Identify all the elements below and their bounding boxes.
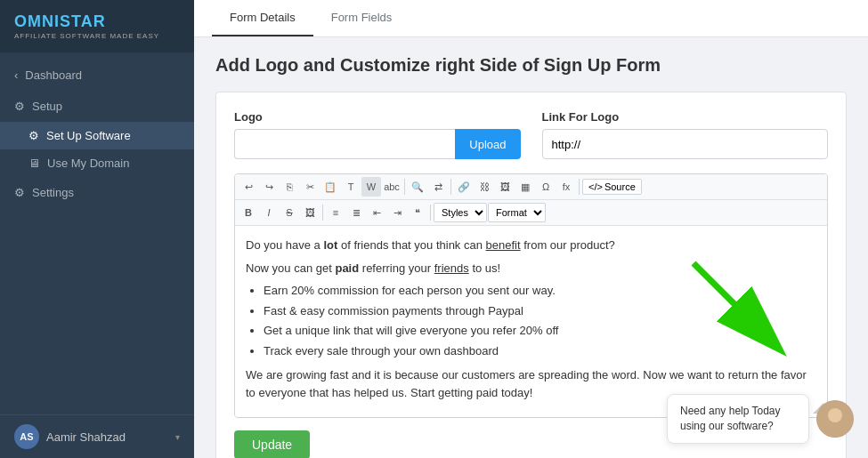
chat-avatar (816, 400, 854, 438)
editor-toolbar-row2: B I S 🖼 ≡ ≣ ⇤ ⇥ ❝ Styles Format (235, 200, 827, 226)
spellcheck-btn[interactable]: abc (382, 177, 402, 197)
logo-section: Logo Upload (234, 110, 521, 159)
toolbar-separator (322, 205, 323, 221)
sidebar-item-set-up-software[interactable]: ⚙ Set Up Software (0, 122, 194, 149)
table-btn[interactable]: ▦ (515, 177, 535, 197)
chat-message-box: Need any help Today using our software? (667, 394, 809, 444)
redo-btn[interactable]: ↪ (259, 177, 279, 197)
chevron-down-icon: ▾ (175, 432, 180, 442)
list-item: Get a unique link that will give everyon… (264, 322, 816, 340)
sidebar-item-setup[interactable]: ⚙ Setup (0, 91, 194, 122)
sidebar-item-label: Setup (32, 100, 62, 113)
editor-content-area[interactable]: Do you have a lot of friends that you th… (235, 226, 827, 417)
styles-select[interactable]: Styles (434, 203, 487, 222)
source-icon: </> (588, 181, 603, 192)
list-item: Fast & easy commission payments through … (264, 302, 816, 320)
toolbar-separator (450, 179, 451, 195)
editor-list: Earn 20% commission for each person you … (264, 282, 816, 359)
main-content: Form Details Form Fields Add Logo and Cu… (194, 0, 868, 458)
tab-form-details[interactable]: Form Details (212, 0, 313, 36)
gear-small-icon: ⚙ (28, 129, 39, 142)
avatar: AS (14, 424, 39, 449)
paste-btn[interactable]: 📋 (320, 177, 340, 197)
logo-text-omni: OMNI (14, 12, 60, 30)
chat-message-text: Need any help Today using our software? (680, 405, 781, 432)
sidebar-item-label: Dashboard (25, 68, 82, 82)
tabs-bar: Form Details Form Fields (194, 0, 868, 37)
cut-btn[interactable]: ✂ (300, 177, 320, 197)
math-btn[interactable]: fx (556, 177, 576, 197)
special-char-btn[interactable]: Ω (536, 177, 556, 197)
upload-button[interactable]: Upload (455, 129, 520, 159)
sidebar-sub-label: Set Up Software (46, 129, 131, 142)
link-label: Link For Logo (542, 110, 829, 124)
sidebar-nav: ‹ Dashboard ⚙ Setup ⚙ Set Up Software 🖥 … (0, 52, 194, 414)
unlink-btn[interactable]: ⛓ (475, 177, 494, 197)
link-btn[interactable]: 🔗 (454, 177, 474, 197)
monitor-icon: 🖥 (28, 157, 40, 170)
logo-text-star: STAR (60, 12, 106, 30)
find-btn[interactable]: 🔍 (408, 177, 427, 197)
page-title: Add Logo and Customize right Side of Sig… (215, 55, 847, 76)
image2-btn[interactable]: 🖼 (300, 203, 320, 222)
toolbar-separator (430, 205, 431, 221)
gear-icon: ⚙ (14, 100, 25, 113)
sidebar-item-use-my-domain[interactable]: 🖥 Use My Domain (0, 149, 194, 177)
ordered-list-btn[interactable]: ≣ (346, 203, 366, 222)
tab-form-fields[interactable]: Form Fields (313, 0, 410, 36)
link-input[interactable] (542, 129, 829, 159)
copy-btn[interactable]: ⎘ (280, 177, 299, 197)
bold-btn[interactable]: B (239, 203, 258, 222)
image-btn[interactable]: 🖼 (495, 177, 515, 197)
svg-point-3 (828, 408, 842, 422)
logo-link-row: Logo Upload Link For Logo (234, 110, 828, 159)
blockquote-btn[interactable]: ❝ (408, 203, 427, 222)
paste-plain-btn[interactable]: T (341, 177, 361, 197)
list-item: Earn 20% commission for each person you … (264, 282, 816, 300)
unordered-list-btn[interactable]: ≡ (326, 203, 345, 222)
list-item: Track every sale through your own dashbo… (264, 342, 816, 360)
logo-input[interactable] (234, 129, 455, 159)
format-select[interactable]: Format (488, 203, 546, 222)
logo-label: Logo (234, 110, 521, 124)
logo-sub: AFFILIATE SOFTWARE MADE EASY (14, 32, 159, 40)
sidebar-item-dashboard[interactable]: ‹ Dashboard (0, 60, 194, 91)
chat-bubble[interactable]: Need any help Today using our software? (667, 394, 854, 444)
sidebar-footer[interactable]: AS Aamir Shahzad ▾ (0, 414, 194, 458)
editor-para2: Now you can get paid referring your frie… (246, 260, 816, 277)
strikethrough-btn[interactable]: S (280, 203, 299, 222)
logo-text: OMNISTAR (14, 12, 159, 31)
toolbar-separator (404, 179, 405, 195)
update-button[interactable]: Update (234, 430, 310, 458)
logo-input-row: Upload (234, 129, 521, 159)
editor-para1: Do you have a lot of friends that you th… (246, 237, 816, 254)
indent-btn[interactable]: ⇥ (387, 203, 407, 222)
logo-link-section: Link For Logo (542, 110, 829, 159)
paste-word-btn[interactable]: W (361, 177, 381, 197)
settings-icon: ⚙ (14, 186, 25, 199)
sidebar-sub-label: Use My Domain (47, 157, 129, 170)
editor-toolbar-row1: ↩ ↪ ⎘ ✂ 📋 T W abc 🔍 ⇄ 🔗 ⛓ 🖼 ▦ Ω (235, 174, 827, 200)
outdent-btn[interactable]: ⇤ (367, 203, 386, 222)
italic-btn[interactable]: I (259, 203, 279, 222)
toolbar-separator (579, 179, 580, 195)
user-name: Aamir Shahzad (46, 430, 126, 444)
sidebar: OMNISTAR AFFILIATE SOFTWARE MADE EASY ‹ … (0, 0, 194, 458)
sidebar-item-label: Settings (32, 186, 74, 199)
chevron-left-icon: ‹ (14, 68, 18, 82)
replace-btn[interactable]: ⇄ (428, 177, 448, 197)
rich-text-editor: ↩ ↪ ⎘ ✂ 📋 T W abc 🔍 ⇄ 🔗 ⛓ 🖼 ▦ Ω (234, 173, 828, 418)
sidebar-logo: OMNISTAR AFFILIATE SOFTWARE MADE EASY (0, 0, 194, 52)
sidebar-item-settings[interactable]: ⚙ Settings (0, 177, 194, 208)
undo-btn[interactable]: ↩ (239, 177, 258, 197)
source-btn[interactable]: </> Source (582, 179, 642, 195)
